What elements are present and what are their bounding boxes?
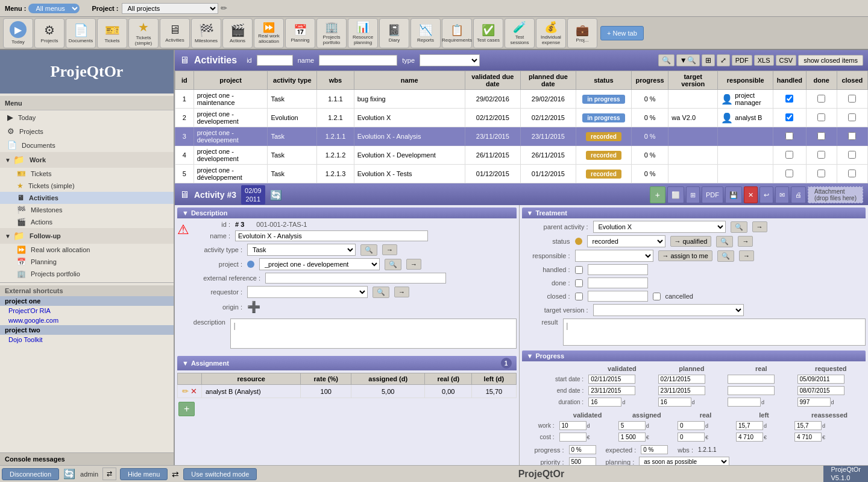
sidebar-item-planning[interactable]: 📅 Planning	[0, 256, 174, 268]
sidebar-group-work[interactable]: ▼ 📁 Work	[0, 152, 174, 168]
expand-btn[interactable]: ⤢	[717, 54, 730, 66]
cost-assigned[interactable]	[618, 433, 646, 442]
ext-link-projector[interactable]: Project'Or RIA	[0, 306, 174, 316]
tickets-simple-btn[interactable]: ★ Tickets (simple)	[128, 18, 159, 48]
toggle-treatment-icon[interactable]: ▼	[527, 209, 533, 217]
dur-planned[interactable]	[658, 398, 691, 407]
start-real[interactable]	[728, 375, 775, 384]
attachment-drop-zone[interactable]: Attachment(drop files here)	[808, 186, 863, 203]
prev-btn[interactable]: ↩	[760, 186, 773, 203]
col-closed[interactable]: closed	[837, 71, 867, 90]
refresh-icon[interactable]: 🔄	[270, 189, 282, 201]
dur-requested[interactable]	[797, 398, 831, 407]
responsible-open-btn[interactable]: →	[739, 250, 754, 261]
projects-btn[interactable]: ⚙ Projects	[34, 18, 64, 48]
activities-btn[interactable]: 🖥 Activities	[160, 18, 190, 48]
col-progress[interactable]: progress	[631, 71, 668, 90]
menu-select[interactable]: All menus	[28, 4, 80, 13]
projects-portfolio-btn[interactable]: 🏢 Projects portfolio	[316, 18, 347, 48]
col-validated-due[interactable]: validated due date	[465, 71, 520, 90]
cost-reassessed[interactable]	[794, 433, 822, 442]
search-filter-btn[interactable]: 🔍	[658, 54, 675, 66]
project-edit-btn[interactable]: →	[406, 259, 421, 270]
end-planned[interactable]	[658, 386, 705, 395]
copy-btn[interactable]: ⬜	[667, 186, 684, 203]
email-btn[interactable]: ✉	[775, 186, 789, 203]
toggle-description-icon[interactable]: ▼	[182, 209, 189, 217]
col-project[interactable]: project	[193, 71, 268, 90]
activity-type-select[interactable]: Task	[247, 244, 356, 256]
requestor-select[interactable]	[247, 286, 368, 298]
progress-value[interactable]	[569, 445, 596, 454]
id-filter-input[interactable]	[257, 55, 293, 66]
requestor-edit-btn[interactable]: →	[394, 287, 409, 297]
parent-activity-select[interactable]: Evolution X	[593, 221, 726, 233]
col-handled[interactable]: handled	[773, 71, 806, 90]
description-textarea[interactable]	[231, 319, 516, 348]
col-name[interactable]: name	[354, 71, 465, 90]
sidebar-item-activities[interactable]: 🖥 Activities	[0, 192, 174, 204]
hide-menu-btn[interactable]: Hide menu	[120, 468, 168, 480]
name-field-input[interactable]	[235, 230, 428, 241]
status-select-field[interactable]: recorded	[587, 235, 665, 247]
done-checkbox[interactable]	[575, 279, 583, 287]
sidebar-item-real-work[interactable]: ⏩ Real work allocation	[0, 244, 174, 256]
qualified-search-btn[interactable]: 🔍	[716, 236, 733, 247]
print-btn[interactable]: 🖨	[791, 186, 806, 203]
col-done[interactable]: done	[806, 71, 837, 90]
sidebar-item-projects-portfolio[interactable]: 🏢 Projects portfolio	[0, 268, 174, 280]
reports-btn[interactable]: 📉 Reports	[410, 18, 441, 48]
project-search-btn[interactable]: 🔍	[385, 259, 401, 270]
project-select-field[interactable]: _project one - developement	[259, 258, 380, 270]
col-status[interactable]: status	[576, 71, 631, 90]
target-version-select[interactable]	[593, 304, 744, 316]
milestones-btn[interactable]: 🏁 Milestones	[191, 18, 221, 48]
type-filter-select[interactable]	[420, 54, 480, 66]
diary-btn[interactable]: 📓 Diary	[379, 18, 409, 48]
col-left-d[interactable]: left (d)	[472, 373, 516, 385]
table-row[interactable]: 2 project one - developement Evolution 1…	[175, 109, 868, 127]
switch-user-btn[interactable]: ⇄	[102, 468, 116, 480]
cost-validated[interactable]	[559, 433, 587, 442]
activity-type-edit-btn[interactable]: →	[382, 244, 397, 255]
sidebar-item-tickets[interactable]: 🎫 Tickets	[0, 168, 174, 180]
expected-value[interactable]	[641, 445, 668, 454]
closed-checkbox[interactable]	[575, 293, 583, 300]
qualified-nav-btn[interactable]: → qualified	[670, 236, 712, 247]
cost-left[interactable]	[736, 433, 763, 442]
view-btn[interactable]: ⊞	[702, 54, 715, 66]
col-rate[interactable]: rate (%)	[301, 373, 351, 385]
save-btn[interactable]: 💾	[725, 186, 742, 203]
test-sessions-btn[interactable]: 🧪 Test sessions	[505, 18, 535, 48]
ext-link-google[interactable]: www.google.com	[0, 316, 174, 325]
ext-ref-input[interactable]	[265, 273, 446, 284]
ext-link-dojo[interactable]: Dojo Toolkit	[0, 335, 174, 344]
add-btn[interactable]: +	[650, 186, 665, 203]
resource-planning-btn[interactable]: 📊 Resource planning	[348, 18, 378, 48]
show-closed-btn[interactable]: show closed items	[798, 55, 863, 66]
add-origin-btn[interactable]: ➕	[247, 300, 260, 314]
col-id[interactable]: id	[175, 71, 194, 90]
pdf2-btn[interactable]: PDF	[702, 186, 723, 203]
work-left[interactable]	[736, 421, 763, 430]
work-real[interactable]	[678, 421, 705, 430]
activity-type-search-btn[interactable]: 🔍	[360, 244, 377, 256]
priority-value[interactable]	[569, 457, 596, 465]
result-textarea[interactable]	[564, 319, 866, 345]
work-validated[interactable]	[559, 421, 587, 430]
start-requested[interactable]	[797, 375, 844, 384]
closed-date[interactable]	[588, 291, 648, 302]
cancelled-checkbox[interactable]	[653, 293, 661, 300]
real-work-btn[interactable]: ⏩ Real work allocation	[254, 18, 284, 48]
view2-btn[interactable]: ⊞	[686, 186, 700, 203]
edit-project-icon[interactable]: ✏	[221, 4, 227, 13]
assignment-row[interactable]: ✏ ✕ analyst B (Analyst) 100 5,00 0,00 15…	[178, 385, 517, 398]
col-resource[interactable]: resource	[202, 373, 301, 385]
pdf-btn[interactable]: PDF	[732, 55, 752, 66]
planning-select[interactable]: as soon as possible	[639, 457, 729, 465]
responsible-search-btn[interactable]: 🔍	[717, 250, 734, 262]
cost-real[interactable]	[678, 433, 705, 442]
cancel-btn[interactable]: ✕	[744, 186, 758, 203]
individual-expense-btn[interactable]: 💰 Individual expense	[536, 18, 566, 48]
dur-validated[interactable]	[588, 398, 621, 407]
